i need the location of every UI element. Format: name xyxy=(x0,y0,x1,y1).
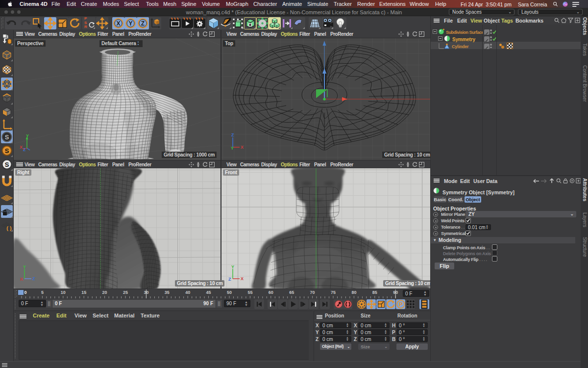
svg-text:Z: Z xyxy=(23,147,26,151)
svg-text:X: X xyxy=(241,276,244,281)
svg-text:85: 85 xyxy=(372,290,377,295)
svg-text:Y: Y xyxy=(231,265,234,269)
svg-text:0: 0 xyxy=(24,290,27,295)
svg-text:40: 40 xyxy=(185,290,190,295)
svg-text:20: 20 xyxy=(102,290,107,295)
svg-text:X: X xyxy=(20,277,23,282)
svg-text:Z: Z xyxy=(231,132,234,137)
svg-text:10: 10 xyxy=(61,290,66,295)
svg-text:55: 55 xyxy=(247,290,252,295)
svg-text:45: 45 xyxy=(206,290,211,295)
svg-text:S: S xyxy=(5,147,9,155)
svg-text:Y: Y xyxy=(26,133,29,138)
svg-text:70: 70 xyxy=(310,290,315,295)
svg-text:80: 80 xyxy=(351,290,356,295)
svg-text:35: 35 xyxy=(165,290,170,295)
svg-text:Y: Y xyxy=(23,265,26,269)
svg-text:Z: Z xyxy=(141,20,145,27)
svg-text:S: S xyxy=(5,133,9,141)
svg-text:25: 25 xyxy=(123,290,128,295)
svg-text:5: 5 xyxy=(41,290,44,295)
svg-text:Z: Z xyxy=(228,277,231,282)
svg-text:15: 15 xyxy=(81,290,86,295)
svg-text:50: 50 xyxy=(227,290,232,295)
svg-text:X: X xyxy=(20,145,23,150)
svg-text:X: X xyxy=(116,20,120,27)
svg-text:Y: Y xyxy=(231,146,234,150)
svg-text:65: 65 xyxy=(289,290,294,295)
svg-text:75: 75 xyxy=(331,290,336,295)
svg-text:P: P xyxy=(399,301,402,307)
svg-text:60: 60 xyxy=(269,290,273,295)
svg-text:X: X xyxy=(241,145,244,150)
svg-text:Y: Y xyxy=(128,20,132,27)
svg-text:Z: Z xyxy=(32,276,35,281)
svg-text:S: S xyxy=(5,161,9,168)
